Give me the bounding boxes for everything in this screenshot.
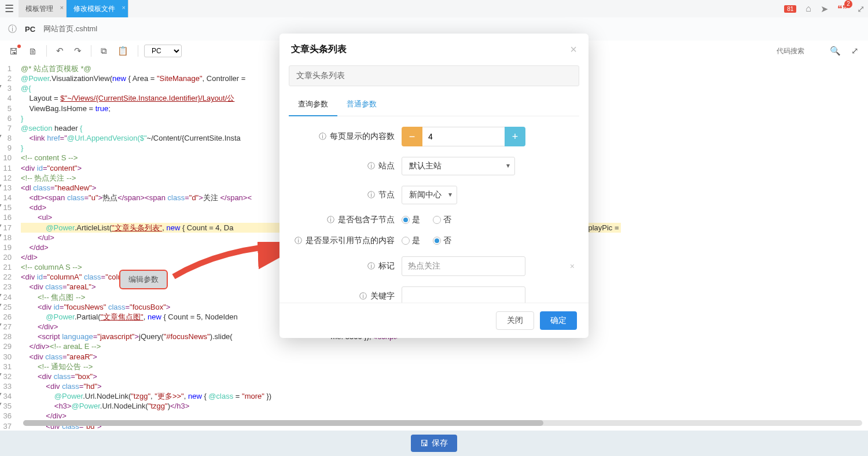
chat-icon[interactable]: ❝❞2 xyxy=(837,3,848,14)
close-icon[interactable]: × xyxy=(570,43,577,56)
close-icon[interactable]: × xyxy=(60,4,64,11)
site-label: 站点 xyxy=(378,161,395,171)
site-select[interactable]: 默认主站 xyxy=(402,157,515,175)
redo-icon[interactable]: ↷ xyxy=(71,43,85,58)
close-button[interactable]: 关闭 xyxy=(496,311,534,330)
tag-input[interactable] xyxy=(402,256,525,276)
page-tab[interactable]: 模板管理× xyxy=(19,0,67,17)
rocket-icon[interactable]: ➤ xyxy=(821,3,828,14)
show-ref-yes[interactable]: 是 xyxy=(402,236,420,246)
edit-params-button[interactable]: 编辑参数 xyxy=(119,270,168,289)
device-select[interactable]: PC xyxy=(144,45,182,57)
save-button[interactable]: 🖫 保存 xyxy=(411,435,457,452)
show-ref-label: 是否显示引用节点的内容 xyxy=(306,236,395,246)
info-icon: ⓘ xyxy=(359,291,367,301)
confirm-button[interactable]: 确定 xyxy=(540,311,577,330)
per-page-stepper: − + xyxy=(402,127,525,146)
info-icon: ⓘ xyxy=(327,215,334,225)
include-children-label: 是否包含子节点 xyxy=(338,215,395,225)
save-button-label: 保存 xyxy=(432,438,448,448)
page-tab[interactable]: 修改模板文件× xyxy=(67,0,128,17)
save-icon[interactable]: 🖫 xyxy=(6,44,21,58)
file-name: 网站首页.cshtml xyxy=(43,24,97,34)
include-children-yes[interactable]: 是 xyxy=(402,215,420,225)
stepper-minus-button[interactable]: − xyxy=(402,127,422,146)
clear-icon[interactable]: × xyxy=(570,262,575,271)
per-page-input[interactable] xyxy=(422,127,505,146)
info-icon: ⓘ xyxy=(295,236,302,246)
horizontal-scrollbar[interactable] xyxy=(23,420,862,426)
platform-label: PC xyxy=(25,25,35,34)
node-label: 节点 xyxy=(378,190,395,200)
info-icon: ⓘ xyxy=(319,131,326,142)
info-icon: ⓘ xyxy=(367,161,375,171)
search-icon[interactable]: 🔍 xyxy=(826,43,844,58)
code-search-input[interactable] xyxy=(777,47,823,55)
paste-icon[interactable]: 📋 xyxy=(114,43,132,58)
per-page-label: 每页显示的内容数 xyxy=(330,131,395,142)
menu-toggle-icon[interactable]: ☰ xyxy=(0,0,19,17)
new-file-icon[interactable]: 🗎 xyxy=(25,44,41,58)
home-icon[interactable]: ⌂ xyxy=(806,3,811,14)
modal-title: 文章头条列表 xyxy=(291,43,347,56)
footer-bar: 🖫 保存 xyxy=(0,431,868,456)
include-children-no[interactable]: 否 xyxy=(433,215,451,225)
stepper-plus-button[interactable]: + xyxy=(505,127,525,146)
undo-icon[interactable]: ↶ xyxy=(53,43,67,58)
modal-tab[interactable]: 查询参数 xyxy=(289,93,337,116)
node-select[interactable]: 新闻中心 xyxy=(402,186,457,204)
annotation-arrow-icon xyxy=(171,242,298,284)
top-tab-bar: ☰ 模板管理×修改模板文件× 81 ⌂ ➤ ❝❞2 ⤢ xyxy=(0,0,868,17)
expand-icon[interactable]: ⤢ xyxy=(848,43,862,58)
keyword-input[interactable] xyxy=(402,286,525,303)
save-icon: 🖫 xyxy=(420,439,428,448)
tag-label: 标记 xyxy=(378,261,395,271)
info-icon[interactable]: ⓘ xyxy=(8,24,17,35)
keyword-label: 关键字 xyxy=(370,291,395,301)
chat-badge: 2 xyxy=(844,0,852,8)
notification-badge[interactable]: 81 xyxy=(784,5,796,13)
info-icon: ⓘ xyxy=(367,261,375,271)
info-icon: ⓘ xyxy=(367,190,375,200)
show-ref-no[interactable]: 否 xyxy=(433,236,451,246)
params-modal: 文章头条列表 × 查询参数普通参数 ⓘ每页显示的内容数 − + ⓘ站点 默认主站… xyxy=(279,34,589,338)
modal-tab[interactable]: 普通参数 xyxy=(337,93,386,116)
close-icon[interactable]: × xyxy=(122,4,126,11)
fullscreen-icon[interactable]: ⤢ xyxy=(857,3,865,14)
template-name-input[interactable] xyxy=(289,65,579,86)
copy-icon[interactable]: ⧉ xyxy=(97,43,111,58)
